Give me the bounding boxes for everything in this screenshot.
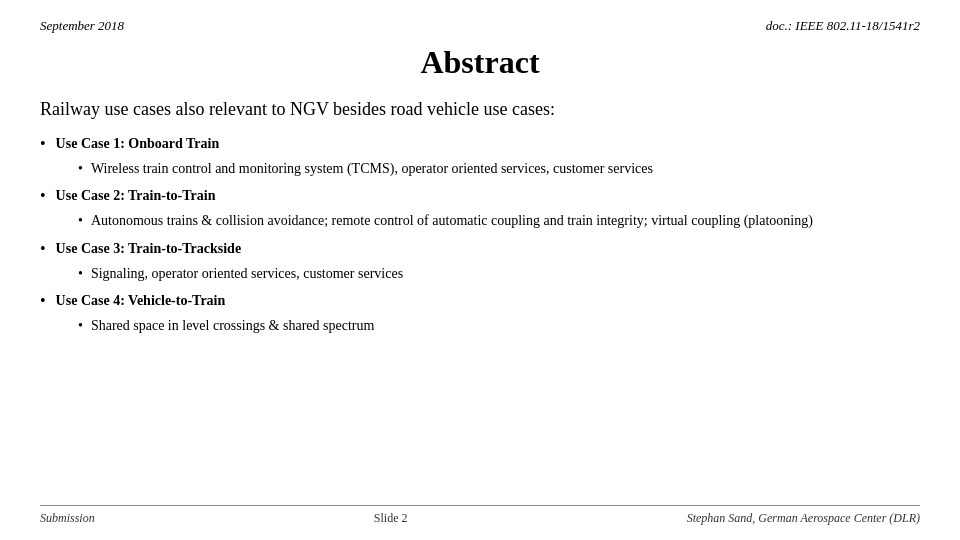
sub-bullets-2: • Autonomous trains & collision avoidanc… xyxy=(78,211,920,231)
sub-dot-2-1: • xyxy=(78,211,83,231)
footer-submission: Submission xyxy=(40,511,95,526)
footer-slide: Slide 2 xyxy=(374,511,408,526)
bullet-dot-1: • xyxy=(40,134,46,155)
sub-bullet-row-2-1: • Autonomous trains & collision avoidanc… xyxy=(78,211,920,231)
sub-bullet-row-3-1: • Signaling, operator oriented services,… xyxy=(78,264,920,284)
intro-text: Railway use cases also relevant to NGV b… xyxy=(40,99,920,120)
header-date: September 2018 xyxy=(40,18,124,34)
sub-dot-4-1: • xyxy=(78,316,83,336)
sub-bullets-4: • Shared space in level crossings & shar… xyxy=(78,316,920,336)
bullet-label-4: Use Case 4: Vehicle-to-Train xyxy=(56,291,226,311)
sub-dot-1-1: • xyxy=(78,159,83,179)
sub-bullet-row-1-1: • Wireless train control and monitoring … xyxy=(78,159,920,179)
page-title: Abstract xyxy=(40,44,920,81)
bullet-dot-2: • xyxy=(40,186,46,207)
bullet-dot-3: • xyxy=(40,239,46,260)
sub-text-1-1: Wireless train control and monitoring sy… xyxy=(91,159,653,179)
bullet-label-2: Use Case 2: Train-to-Train xyxy=(56,186,216,206)
content-area: Railway use cases also relevant to NGV b… xyxy=(40,99,920,497)
sub-bullets-1: • Wireless train control and monitoring … xyxy=(78,159,920,179)
bullet-label-1: Use Case 1: Onboard Train xyxy=(56,134,220,154)
sub-bullet-row-4-1: • Shared space in level crossings & shar… xyxy=(78,316,920,336)
bullet-item-4: • Use Case 4: Vehicle-to-Train • Shared … xyxy=(40,291,920,335)
sub-bullets-3: • Signaling, operator oriented services,… xyxy=(78,264,920,284)
footer: Submission Slide 2 Stephan Sand, German … xyxy=(40,505,920,526)
header-doc: doc.: IEEE 802.11-18/1541r2 xyxy=(766,18,920,34)
footer-author: Stephan Sand, German Aerospace Center (D… xyxy=(687,511,920,526)
sub-dot-3-1: • xyxy=(78,264,83,284)
sub-text-4-1: Shared space in level crossings & shared… xyxy=(91,316,374,336)
bullet-item-3: • Use Case 3: Train-to-Trackside • Signa… xyxy=(40,239,920,283)
slide: September 2018 doc.: IEEE 802.11-18/1541… xyxy=(0,0,960,540)
sub-text-2-1: Autonomous trains & collision avoidance;… xyxy=(91,211,813,231)
title-section: Abstract xyxy=(40,44,920,81)
bullet-dot-4: • xyxy=(40,291,46,312)
sub-text-3-1: Signaling, operator oriented services, c… xyxy=(91,264,403,284)
header: September 2018 doc.: IEEE 802.11-18/1541… xyxy=(40,18,920,34)
bullet-item-1: • Use Case 1: Onboard Train • Wireless t… xyxy=(40,134,920,178)
bullet-item-2: • Use Case 2: Train-to-Train • Autonomou… xyxy=(40,186,920,230)
bullet-label-3: Use Case 3: Train-to-Trackside xyxy=(56,239,241,259)
